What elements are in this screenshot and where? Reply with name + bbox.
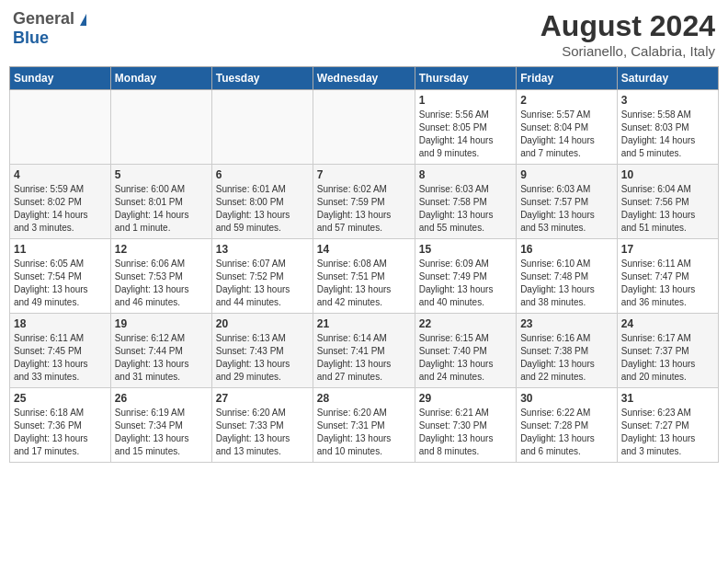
day-info: Sunrise: 6:20 AMSunset: 7:31 PMDaylight:… — [317, 407, 411, 458]
day-info: Sunrise: 5:59 AMSunset: 8:02 PMDaylight:… — [14, 183, 107, 235]
day-number: 31 — [621, 392, 714, 405]
calendar-header-thursday: Thursday — [415, 67, 516, 90]
day-number: 17 — [621, 243, 714, 256]
day-info: Sunrise: 6:21 AMSunset: 7:30 PMDaylight:… — [419, 407, 512, 458]
day-info: Sunrise: 6:18 AMSunset: 7:36 PMDaylight:… — [14, 407, 107, 458]
calendar-cell: 10Sunrise: 6:04 AMSunset: 7:56 PMDayligh… — [617, 165, 718, 239]
logo: General Blue — [13, 9, 86, 48]
calendar-cell: 30Sunrise: 6:22 AMSunset: 7:28 PMDayligh… — [517, 388, 618, 463]
day-number: 7 — [317, 168, 411, 181]
calendar-cell: 16Sunrise: 6:10 AMSunset: 7:48 PMDayligh… — [517, 239, 618, 314]
day-info: Sunrise: 6:14 AMSunset: 7:41 PMDaylight:… — [317, 332, 411, 384]
calendar-header-tuesday: Tuesday — [211, 67, 313, 90]
day-number: 15 — [419, 243, 512, 256]
calendar-cell: 22Sunrise: 6:15 AMSunset: 7:40 PMDayligh… — [415, 314, 516, 388]
day-number: 12 — [115, 243, 208, 256]
day-info: Sunrise: 5:57 AMSunset: 8:04 PMDaylight:… — [520, 109, 613, 160]
day-info: Sunrise: 6:16 AMSunset: 7:38 PMDaylight:… — [520, 332, 613, 384]
calendar-cell: 29Sunrise: 6:21 AMSunset: 7:30 PMDayligh… — [415, 388, 516, 463]
logo-triangle-icon — [80, 14, 86, 26]
day-number: 19 — [115, 317, 208, 330]
calendar-cell: 23Sunrise: 6:16 AMSunset: 7:38 PMDayligh… — [517, 314, 618, 388]
calendar-cell: 11Sunrise: 6:05 AMSunset: 7:54 PMDayligh… — [10, 239, 111, 314]
calendar-cell: 19Sunrise: 6:12 AMSunset: 7:44 PMDayligh… — [110, 314, 211, 388]
day-number: 6 — [216, 168, 309, 181]
page-subtitle: Sorianello, Calabria, Italy — [540, 43, 715, 59]
calendar-week-row: 4Sunrise: 5:59 AMSunset: 8:02 PMDaylight… — [10, 165, 719, 239]
day-info: Sunrise: 6:02 AMSunset: 7:59 PMDaylight:… — [317, 183, 411, 235]
calendar-cell: 9Sunrise: 6:03 AMSunset: 7:57 PMDaylight… — [517, 165, 618, 239]
day-info: Sunrise: 6:13 AMSunset: 7:43 PMDaylight:… — [216, 332, 309, 384]
logo-general-text: General — [13, 9, 74, 28]
calendar-week-row: 1Sunrise: 5:56 AMSunset: 8:05 PMDaylight… — [10, 90, 719, 165]
day-info: Sunrise: 6:15 AMSunset: 7:40 PMDaylight:… — [419, 332, 512, 384]
page-title: August 2024 — [540, 9, 715, 43]
day-info: Sunrise: 6:05 AMSunset: 7:54 PMDaylight:… — [14, 258, 107, 309]
day-number: 1 — [419, 94, 512, 107]
day-number: 22 — [419, 317, 512, 330]
day-info: Sunrise: 6:11 AMSunset: 7:47 PMDaylight:… — [621, 258, 714, 309]
day-number: 8 — [419, 168, 512, 181]
calendar-cell: 28Sunrise: 6:20 AMSunset: 7:31 PMDayligh… — [313, 388, 415, 463]
day-number: 27 — [216, 392, 309, 405]
day-number: 14 — [317, 243, 411, 256]
calendar-cell: 7Sunrise: 6:02 AMSunset: 7:59 PMDaylight… — [313, 165, 415, 239]
calendar-cell: 26Sunrise: 6:19 AMSunset: 7:34 PMDayligh… — [110, 388, 211, 463]
day-info: Sunrise: 6:12 AMSunset: 7:44 PMDaylight:… — [115, 332, 208, 384]
calendar-cell: 4Sunrise: 5:59 AMSunset: 8:02 PMDaylight… — [10, 165, 111, 239]
calendar-cell: 25Sunrise: 6:18 AMSunset: 7:36 PMDayligh… — [10, 388, 111, 463]
day-number: 26 — [115, 392, 208, 405]
day-info: Sunrise: 6:23 AMSunset: 7:27 PMDaylight:… — [621, 407, 714, 458]
day-info: Sunrise: 6:00 AMSunset: 8:01 PMDaylight:… — [115, 183, 208, 235]
day-number: 10 — [621, 168, 714, 181]
day-number: 3 — [621, 94, 714, 107]
calendar-cell: 14Sunrise: 6:08 AMSunset: 7:51 PMDayligh… — [313, 239, 415, 314]
day-info: Sunrise: 6:08 AMSunset: 7:51 PMDaylight:… — [317, 258, 411, 309]
day-number: 4 — [14, 168, 107, 181]
calendar-cell: 24Sunrise: 6:17 AMSunset: 7:37 PMDayligh… — [617, 314, 718, 388]
day-info: Sunrise: 6:04 AMSunset: 7:56 PMDaylight:… — [621, 183, 714, 235]
calendar-cell: 2Sunrise: 5:57 AMSunset: 8:04 PMDaylight… — [517, 90, 618, 165]
day-number: 30 — [520, 392, 613, 405]
day-info: Sunrise: 6:03 AMSunset: 7:58 PMDaylight:… — [419, 183, 512, 235]
calendar-cell: 6Sunrise: 6:01 AMSunset: 8:00 PMDaylight… — [211, 165, 313, 239]
calendar-header-friday: Friday — [517, 67, 618, 90]
title-area: August 2024 Sorianello, Calabria, Italy — [540, 9, 715, 59]
day-info: Sunrise: 6:01 AMSunset: 8:00 PMDaylight:… — [216, 183, 309, 235]
calendar-cell — [10, 90, 111, 165]
day-number: 25 — [14, 392, 107, 405]
day-number: 5 — [115, 168, 208, 181]
calendar-cell: 20Sunrise: 6:13 AMSunset: 7:43 PMDayligh… — [211, 314, 313, 388]
calendar-week-row: 11Sunrise: 6:05 AMSunset: 7:54 PMDayligh… — [10, 239, 719, 314]
day-info: Sunrise: 5:56 AMSunset: 8:05 PMDaylight:… — [419, 109, 512, 160]
day-number: 23 — [520, 317, 613, 330]
day-number: 2 — [520, 94, 613, 107]
day-info: Sunrise: 6:11 AMSunset: 7:45 PMDaylight:… — [14, 332, 107, 384]
day-number: 9 — [520, 168, 613, 181]
calendar-cell — [313, 90, 415, 165]
calendar-cell — [211, 90, 313, 165]
day-info: Sunrise: 6:07 AMSunset: 7:52 PMDaylight:… — [216, 258, 309, 309]
calendar-cell: 31Sunrise: 6:23 AMSunset: 7:27 PMDayligh… — [617, 388, 718, 463]
calendar-header-row: SundayMondayTuesdayWednesdayThursdayFrid… — [10, 67, 719, 90]
day-number: 29 — [419, 392, 512, 405]
day-info: Sunrise: 6:20 AMSunset: 7:33 PMDaylight:… — [216, 407, 309, 458]
day-info: Sunrise: 6:10 AMSunset: 7:48 PMDaylight:… — [520, 258, 613, 309]
day-info: Sunrise: 6:17 AMSunset: 7:37 PMDaylight:… — [621, 332, 714, 384]
day-number: 21 — [317, 317, 411, 330]
calendar-cell: 17Sunrise: 6:11 AMSunset: 7:47 PMDayligh… — [617, 239, 718, 314]
day-info: Sunrise: 6:06 AMSunset: 7:53 PMDaylight:… — [115, 258, 208, 309]
day-info: Sunrise: 6:22 AMSunset: 7:28 PMDaylight:… — [520, 407, 613, 458]
calendar-header-wednesday: Wednesday — [313, 67, 415, 90]
day-number: 11 — [14, 243, 107, 256]
calendar-cell: 21Sunrise: 6:14 AMSunset: 7:41 PMDayligh… — [313, 314, 415, 388]
calendar-cell — [110, 90, 211, 165]
calendar-header-saturday: Saturday — [617, 67, 718, 90]
calendar-cell: 5Sunrise: 6:00 AMSunset: 8:01 PMDaylight… — [110, 165, 211, 239]
calendar-cell: 8Sunrise: 6:03 AMSunset: 7:58 PMDaylight… — [415, 165, 516, 239]
calendar-cell: 27Sunrise: 6:20 AMSunset: 7:33 PMDayligh… — [211, 388, 313, 463]
calendar-header-monday: Monday — [110, 67, 211, 90]
day-number: 28 — [317, 392, 411, 405]
day-number: 16 — [520, 243, 613, 256]
calendar-week-row: 25Sunrise: 6:18 AMSunset: 7:36 PMDayligh… — [10, 388, 719, 463]
